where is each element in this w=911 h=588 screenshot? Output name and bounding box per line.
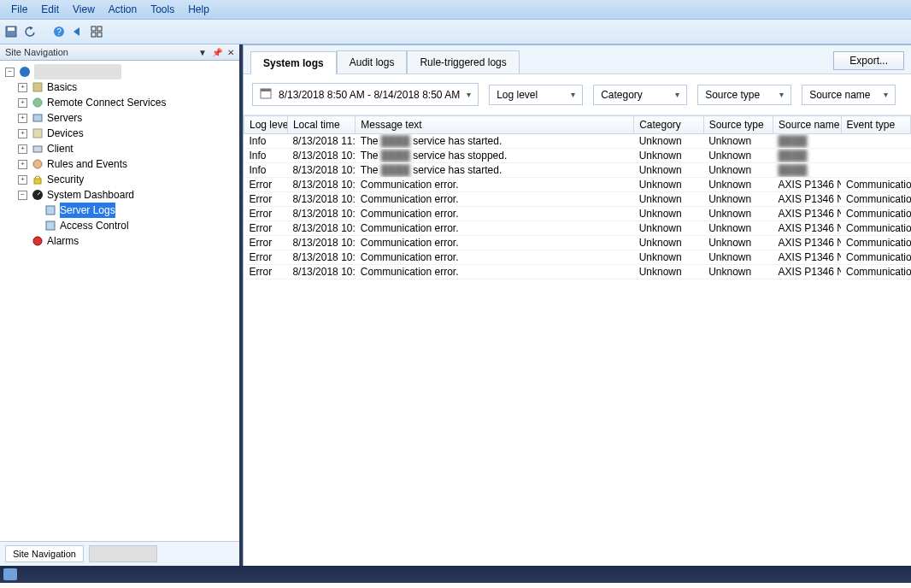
date-range-picker[interactable]: 8/13/2018 8:50 AM - 8/14/2018 8:50 AM ▾	[252, 83, 479, 106]
site-root-label[interactable]: ████████████	[34, 64, 121, 79]
client-icon	[31, 143, 44, 156]
table-cell: Communication error.	[356, 265, 634, 279]
col-header[interactable]: Event type	[841, 116, 911, 134]
dropdown-icon[interactable]: ▼	[198, 48, 207, 57]
tree-item-label[interactable]: Rules and Events	[47, 156, 127, 172]
col-header[interactable]: Message text	[356, 116, 634, 134]
menu-edit[interactable]: Edit	[35, 2, 65, 17]
table-row[interactable]: Info8/13/2018 10:4The ████ service has s…	[244, 149, 911, 163]
site-icon	[18, 66, 31, 79]
tab-rule-triggered-logs[interactable]: Rule-triggered logs	[407, 50, 519, 74]
tree-expander[interactable]	[18, 191, 27, 200]
tree-expander[interactable]	[18, 98, 27, 108]
tab-system-logs[interactable]: System logs	[250, 51, 337, 74]
table-row[interactable]: Error8/13/2018 10:1Communication error.U…	[244, 192, 911, 207]
filter-category-label: Category	[601, 89, 643, 101]
tree-item-label[interactable]: Alarms	[47, 233, 79, 249]
table-row[interactable]: Error8/13/2018 10:1Communication error.U…	[244, 221, 911, 236]
svg-text:?: ?	[56, 27, 62, 37]
tree-expander[interactable]	[18, 144, 27, 154]
menu-file[interactable]: File	[5, 2, 33, 17]
table-cell: ████	[773, 149, 841, 163]
table-row[interactable]: Info8/13/2018 10:4The ████ service has s…	[244, 163, 911, 178]
table-cell: Unknown	[703, 207, 773, 221]
date-range-text: 8/13/2018 8:50 AM - 8/14/2018 8:50 AM	[279, 89, 460, 101]
status-icon	[3, 568, 17, 580]
filter-bar: 8/13/2018 8:50 AM - 8/14/2018 8:50 AM ▾ …	[244, 74, 911, 115]
table-cell: Unknown	[703, 221, 773, 236]
table-cell	[841, 134, 911, 149]
menu-view[interactable]: View	[67, 2, 101, 17]
tree-expander[interactable]	[18, 114, 27, 123]
tab-audit-logs[interactable]: Audit logs	[337, 50, 408, 74]
table-cell: Communication error.	[356, 221, 634, 236]
tree-item-label[interactable]: Client	[47, 141, 73, 156]
tree-item-label[interactable]: Basics	[47, 79, 77, 95]
table-row[interactable]: Error8/13/2018 10:1Communication error.U…	[244, 250, 911, 265]
tree-expander[interactable]	[18, 129, 27, 138]
table-cell: ████	[773, 134, 841, 149]
menu-tools[interactable]: Tools	[144, 2, 180, 17]
nav-panel-title: Site Navigation	[5, 47, 68, 57]
table-cell: Communication	[841, 207, 911, 221]
filter-source-type-label: Source type	[705, 89, 760, 101]
menu-help[interactable]: Help	[182, 2, 215, 17]
tree-item-label[interactable]: Servers	[47, 110, 82, 126]
table-cell: AXIS P1346 Ne	[773, 207, 841, 221]
col-header[interactable]: Log level	[244, 116, 288, 134]
filter-log-level[interactable]: Log level ▾	[489, 85, 583, 105]
tree-item-label[interactable]: Security	[47, 172, 84, 187]
tree-item-label[interactable]: Remote Connect Services	[47, 95, 166, 110]
tree-item-label[interactable]: System Dashboard	[47, 187, 134, 203]
table-row[interactable]: Info8/13/2018 11:0The ████ service has s…	[244, 134, 911, 149]
filter-source-name[interactable]: Source name ▾	[802, 85, 896, 105]
server-icon	[31, 112, 44, 125]
table-row[interactable]: Error8/13/2018 10:1Communication error.U…	[244, 265, 911, 279]
table-cell: 8/13/2018 10:1	[287, 250, 355, 265]
nav-tab-site[interactable]: Site Navigation	[5, 545, 84, 562]
table-cell: Communication	[841, 178, 911, 192]
svg-rect-13	[33, 146, 42, 152]
help-icon[interactable]: ?	[52, 25, 66, 38]
undo-icon[interactable]	[23, 25, 37, 38]
tree-expander[interactable]	[18, 175, 27, 185]
col-header[interactable]: Category	[634, 116, 703, 134]
svg-rect-5	[97, 26, 102, 31]
calendar-icon	[260, 87, 272, 102]
table-cell	[841, 163, 911, 178]
log-grid-wrap: Log levelLocal timeMessage textCategoryS…	[244, 115, 911, 566]
log-grid: Log levelLocal timeMessage textCategoryS…	[244, 115, 911, 279]
tree-expander[interactable]	[18, 160, 27, 169]
table-cell: Unknown	[634, 192, 703, 207]
save-icon[interactable]	[4, 25, 18, 38]
tree-item-label[interactable]: Devices	[47, 126, 84, 141]
col-header[interactable]: Local time	[287, 116, 355, 134]
menu-action[interactable]: Action	[103, 2, 143, 17]
table-cell: Info	[244, 134, 288, 149]
tree-expander[interactable]	[18, 83, 27, 92]
svg-rect-11	[33, 115, 42, 121]
table-row[interactable]: Error8/13/2018 10:1Communication error.U…	[244, 207, 911, 221]
tree-expander[interactable]	[5, 68, 15, 77]
grid-icon[interactable]	[90, 25, 103, 38]
col-header[interactable]: Source type	[703, 116, 773, 134]
table-row[interactable]: Error8/13/2018 10:1Communication error.U…	[244, 236, 911, 250]
back-icon[interactable]	[71, 25, 85, 38]
close-icon[interactable]: ✕	[227, 48, 234, 57]
nav-panel-header: Site Navigation ▼ 📌 ✕	[0, 44, 239, 61]
table-cell: Unknown	[634, 250, 703, 265]
table-cell: Unknown	[634, 149, 703, 163]
service-icon	[31, 97, 44, 109]
col-header[interactable]: Source name	[773, 116, 841, 134]
tree-item-label[interactable]: Server Logs	[60, 203, 115, 218]
nav-footer: Site Navigation ████████	[0, 541, 239, 566]
chevron-down-icon: ▾	[779, 90, 784, 99]
table-row[interactable]: Error8/13/2018 10:1Communication error.U…	[244, 178, 911, 192]
pin-icon[interactable]: 📌	[212, 48, 222, 57]
table-cell: AXIS P1346 Ne	[773, 236, 841, 250]
filter-category[interactable]: Category ▾	[593, 85, 687, 105]
export-button[interactable]: Export...	[833, 51, 904, 70]
nav-tab-other[interactable]: ████████	[89, 545, 157, 562]
filter-source-type[interactable]: Source type ▾	[697, 85, 791, 105]
tree-item-label[interactable]: Access Control	[60, 218, 129, 233]
